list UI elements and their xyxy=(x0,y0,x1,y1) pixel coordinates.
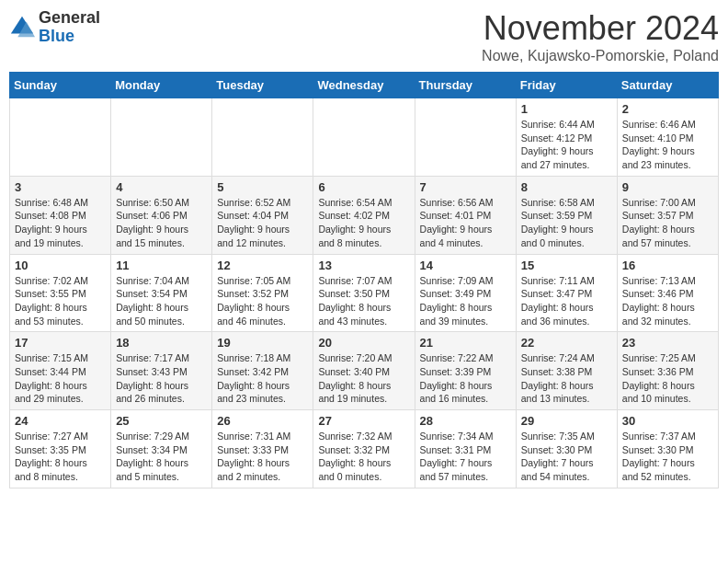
day-info: Sunrise: 7:37 AM Sunset: 3:30 PM Dayligh… xyxy=(622,430,713,484)
logo-blue-text: Blue xyxy=(39,28,100,46)
month-title: November 2024 xyxy=(482,9,719,48)
day-number: 14 xyxy=(420,259,511,272)
day-number: 29 xyxy=(521,414,612,428)
day-of-week-header: Tuesday xyxy=(212,73,313,98)
day-number: 13 xyxy=(318,259,409,272)
day-number: 20 xyxy=(318,336,409,350)
day-number: 27 xyxy=(318,414,409,428)
day-info: Sunrise: 7:00 AM Sunset: 3:57 PM Dayligh… xyxy=(622,196,713,250)
day-info: Sunrise: 7:07 AM Sunset: 3:50 PM Dayligh… xyxy=(318,274,409,328)
calendar-cell xyxy=(313,98,415,177)
calendar-cell xyxy=(10,98,111,177)
day-info: Sunrise: 6:58 AM Sunset: 3:59 PM Dayligh… xyxy=(521,196,612,250)
calendar: SundayMondayTuesdayWednesdayThursdayFrid… xyxy=(9,72,719,488)
day-info: Sunrise: 7:22 AM Sunset: 3:39 PM Dayligh… xyxy=(420,351,511,406)
calendar-cell: 4Sunrise: 6:50 AM Sunset: 4:06 PM Daylig… xyxy=(111,176,212,254)
calendar-cell: 29Sunrise: 7:35 AM Sunset: 3:30 PM Dayli… xyxy=(516,410,617,488)
day-info: Sunrise: 7:31 AM Sunset: 3:33 PM Dayligh… xyxy=(217,430,308,484)
day-number: 15 xyxy=(521,259,612,272)
calendar-cell: 7Sunrise: 6:56 AM Sunset: 4:01 PM Daylig… xyxy=(415,176,516,254)
day-of-week-header: Sunday xyxy=(10,73,111,98)
location-title: Nowe, Kujawsko-Pomorskie, Poland xyxy=(482,48,719,64)
day-number: 22 xyxy=(521,336,612,350)
calendar-cell: 14Sunrise: 7:09 AM Sunset: 3:49 PM Dayli… xyxy=(415,254,516,332)
calendar-cell: 30Sunrise: 7:37 AM Sunset: 3:30 PM Dayli… xyxy=(617,410,718,488)
day-info: Sunrise: 7:11 AM Sunset: 3:47 PM Dayligh… xyxy=(521,274,612,328)
calendar-cell: 20Sunrise: 7:20 AM Sunset: 3:40 PM Dayli… xyxy=(313,332,415,410)
day-number: 4 xyxy=(116,180,207,194)
day-info: Sunrise: 7:05 AM Sunset: 3:52 PM Dayligh… xyxy=(217,274,308,328)
day-number: 12 xyxy=(217,259,308,272)
calendar-body: 1Sunrise: 6:44 AM Sunset: 4:12 PM Daylig… xyxy=(10,98,719,488)
calendar-cell: 2Sunrise: 6:46 AM Sunset: 4:10 PM Daylig… xyxy=(617,98,718,177)
day-number: 19 xyxy=(217,336,308,350)
day-number: 23 xyxy=(622,336,713,350)
day-number: 3 xyxy=(15,180,106,194)
calendar-cell: 9Sunrise: 7:00 AM Sunset: 3:57 PM Daylig… xyxy=(617,176,718,254)
logo: General Blue xyxy=(9,9,100,46)
calendar-header: SundayMondayTuesdayWednesdayThursdayFrid… xyxy=(10,73,719,98)
logo-icon xyxy=(9,15,35,40)
calendar-week-row: 10Sunrise: 7:02 AM Sunset: 3:55 PM Dayli… xyxy=(10,254,719,332)
day-number: 10 xyxy=(15,259,106,272)
day-number: 21 xyxy=(420,336,511,350)
calendar-cell: 5Sunrise: 6:52 AM Sunset: 4:04 PM Daylig… xyxy=(212,176,313,254)
calendar-cell: 10Sunrise: 7:02 AM Sunset: 3:55 PM Dayli… xyxy=(10,254,111,332)
day-info: Sunrise: 6:56 AM Sunset: 4:01 PM Dayligh… xyxy=(420,196,511,250)
calendar-cell: 13Sunrise: 7:07 AM Sunset: 3:50 PM Dayli… xyxy=(313,254,415,332)
day-number: 2 xyxy=(622,102,713,116)
day-number: 1 xyxy=(521,102,612,116)
day-info: Sunrise: 7:34 AM Sunset: 3:31 PM Dayligh… xyxy=(420,430,511,484)
day-of-week-header: Friday xyxy=(516,73,617,98)
calendar-week-row: 3Sunrise: 6:48 AM Sunset: 4:08 PM Daylig… xyxy=(10,176,719,254)
calendar-cell: 1Sunrise: 6:44 AM Sunset: 4:12 PM Daylig… xyxy=(516,98,617,177)
calendar-cell: 23Sunrise: 7:25 AM Sunset: 3:36 PM Dayli… xyxy=(617,332,718,410)
day-of-week-header: Monday xyxy=(111,73,212,98)
day-info: Sunrise: 7:24 AM Sunset: 3:38 PM Dayligh… xyxy=(521,351,612,406)
calendar-cell: 16Sunrise: 7:13 AM Sunset: 3:46 PM Dayli… xyxy=(617,254,718,332)
day-info: Sunrise: 6:48 AM Sunset: 4:08 PM Dayligh… xyxy=(15,196,106,250)
day-info: Sunrise: 7:04 AM Sunset: 3:54 PM Dayligh… xyxy=(116,274,207,328)
day-info: Sunrise: 7:18 AM Sunset: 3:42 PM Dayligh… xyxy=(217,351,308,406)
day-number: 24 xyxy=(15,414,106,428)
day-info: Sunrise: 7:25 AM Sunset: 3:36 PM Dayligh… xyxy=(622,351,713,406)
calendar-cell: 19Sunrise: 7:18 AM Sunset: 3:42 PM Dayli… xyxy=(212,332,313,410)
calendar-cell: 11Sunrise: 7:04 AM Sunset: 3:54 PM Dayli… xyxy=(111,254,212,332)
day-info: Sunrise: 7:17 AM Sunset: 3:43 PM Dayligh… xyxy=(116,351,207,406)
day-number: 30 xyxy=(622,414,713,428)
logo-general-text: General xyxy=(39,9,100,28)
calendar-cell: 24Sunrise: 7:27 AM Sunset: 3:35 PM Dayli… xyxy=(10,410,111,488)
calendar-cell xyxy=(111,98,212,177)
calendar-cell: 15Sunrise: 7:11 AM Sunset: 3:47 PM Dayli… xyxy=(516,254,617,332)
calendar-week-row: 17Sunrise: 7:15 AM Sunset: 3:44 PM Dayli… xyxy=(10,332,719,410)
day-number: 26 xyxy=(217,414,308,428)
day-number: 28 xyxy=(420,414,511,428)
day-of-week-header: Wednesday xyxy=(313,73,415,98)
day-number: 25 xyxy=(116,414,207,428)
day-number: 16 xyxy=(622,259,713,272)
calendar-cell: 8Sunrise: 6:58 AM Sunset: 3:59 PM Daylig… xyxy=(516,176,617,254)
day-info: Sunrise: 7:32 AM Sunset: 3:32 PM Dayligh… xyxy=(318,430,409,484)
day-of-week-header: Thursday xyxy=(415,73,516,98)
calendar-cell: 22Sunrise: 7:24 AM Sunset: 3:38 PM Dayli… xyxy=(516,332,617,410)
calendar-cell: 3Sunrise: 6:48 AM Sunset: 4:08 PM Daylig… xyxy=(10,176,111,254)
calendar-week-row: 24Sunrise: 7:27 AM Sunset: 3:35 PM Dayli… xyxy=(10,410,719,488)
calendar-cell: 27Sunrise: 7:32 AM Sunset: 3:32 PM Dayli… xyxy=(313,410,415,488)
calendar-cell: 12Sunrise: 7:05 AM Sunset: 3:52 PM Dayli… xyxy=(212,254,313,332)
day-info: Sunrise: 7:29 AM Sunset: 3:34 PM Dayligh… xyxy=(116,430,207,484)
day-number: 18 xyxy=(116,336,207,350)
calendar-cell: 21Sunrise: 7:22 AM Sunset: 3:39 PM Dayli… xyxy=(415,332,516,410)
day-info: Sunrise: 7:02 AM Sunset: 3:55 PM Dayligh… xyxy=(15,274,106,328)
day-number: 17 xyxy=(15,336,106,350)
day-info: Sunrise: 6:52 AM Sunset: 4:04 PM Dayligh… xyxy=(217,196,308,250)
day-info: Sunrise: 6:54 AM Sunset: 4:02 PM Dayligh… xyxy=(318,196,409,250)
day-info: Sunrise: 6:46 AM Sunset: 4:10 PM Dayligh… xyxy=(622,118,713,172)
day-number: 6 xyxy=(318,180,409,194)
day-info: Sunrise: 7:09 AM Sunset: 3:49 PM Dayligh… xyxy=(420,274,511,328)
day-of-week-header: Saturday xyxy=(617,73,718,98)
day-number: 11 xyxy=(116,259,207,272)
day-info: Sunrise: 6:50 AM Sunset: 4:06 PM Dayligh… xyxy=(116,196,207,250)
day-info: Sunrise: 7:13 AM Sunset: 3:46 PM Dayligh… xyxy=(622,274,713,328)
day-info: Sunrise: 7:20 AM Sunset: 3:40 PM Dayligh… xyxy=(318,351,409,406)
day-number: 5 xyxy=(217,180,308,194)
